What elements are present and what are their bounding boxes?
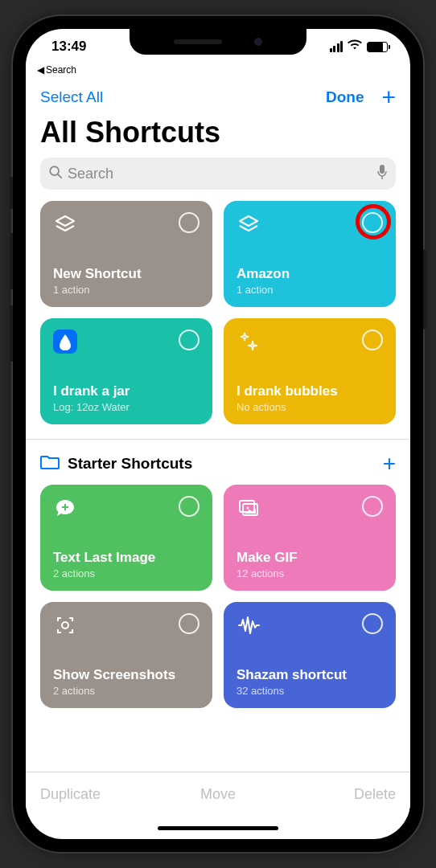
select-circle[interactable] [362,212,383,233]
tile-subtitle: Log: 12oz Water [53,401,199,413]
tile-title: Shazam shortcut [237,667,383,683]
tile-title: Text Last Image [53,550,199,566]
battery-icon [367,42,388,52]
tile-title: Make GIF [237,550,383,566]
section-title: Starter Shortcuts [68,455,192,473]
screen: 13:49 ◀ Search Select All Done + All Sho… [26,29,410,839]
content-scroll[interactable]: New Shortcut1 actionAmazon1 actionI dran… [26,201,410,772]
duplicate-button[interactable]: Duplicate [40,786,158,803]
home-indicator[interactable] [26,817,410,839]
sparkle-icon [237,330,261,354]
tile-subtitle: No actions [237,401,383,413]
back-to-search[interactable]: ◀ Search [26,64,410,79]
wifi-icon [348,39,362,55]
svg-line-1 [58,174,62,178]
svg-rect-6 [240,501,254,512]
bottom-toolbar: Duplicate Move Delete [26,772,410,817]
shortcut-tile[interactable]: Amazon1 action [224,201,396,307]
notch [130,29,306,55]
select-all-button[interactable]: Select All [40,88,103,106]
section-add-button[interactable]: + [383,452,396,475]
back-caret-icon: ◀ [37,64,44,76]
tile-subtitle: 32 actions [237,685,383,697]
waveform-icon [237,613,261,637]
select-circle[interactable] [362,613,383,634]
section-header: Starter Shortcuts + [40,449,396,485]
svg-point-9 [62,622,68,628]
select-circle[interactable] [362,330,383,350]
tile-title: I drank a jar [53,383,199,399]
svg-point-8 [247,507,249,510]
page-title: All Shortcuts [26,114,410,158]
tile-title: Show Screenshots [53,667,199,683]
stack-icon [53,212,77,236]
photos-icon [237,496,261,520]
nav-bar: Select All Done + [26,79,410,114]
folder-icon [40,454,60,473]
search-icon [48,165,63,182]
select-circle[interactable] [179,212,199,233]
add-shortcut-button[interactable]: + [381,85,396,109]
phone-frame: 13:49 ◀ Search Select All Done + All Sho… [13,16,423,852]
search-input[interactable] [68,166,372,182]
shortcut-tile[interactable]: Make GIF12 actions [224,485,396,591]
tile-title: I drank bubbles [237,383,383,399]
drop-boxed-icon [53,330,77,354]
tile-subtitle: 12 actions [237,567,383,579]
select-circle[interactable] [179,496,199,517]
select-circle[interactable] [179,613,199,634]
tile-title: Amazon [237,266,383,282]
section-divider [26,439,410,440]
shortcut-tile[interactable]: Show Screenshots2 actions [40,602,212,708]
tile-subtitle: 2 actions [53,685,199,697]
shortcut-tile[interactable]: Shazam shortcut32 actions [224,602,396,708]
tile-subtitle: 2 actions [53,567,199,579]
done-button[interactable]: Done [326,88,364,106]
mic-icon[interactable] [376,164,388,183]
select-circle[interactable] [362,496,383,517]
screenshot-icon [53,613,77,637]
shortcut-tile[interactable]: New Shortcut1 action [40,201,212,307]
chat-plus-icon [53,496,77,520]
signal-icon [330,41,343,52]
shortcut-tile[interactable]: I drank a jarLog: 12oz Water [40,318,212,424]
svg-rect-2 [380,165,385,174]
status-time: 13:49 [51,39,86,55]
tile-title: New Shortcut [53,266,199,282]
select-circle[interactable] [179,330,199,350]
delete-button[interactable]: Delete [278,786,396,803]
move-button[interactable]: Move [158,786,277,803]
search-bar[interactable] [40,158,396,190]
tile-subtitle: 1 action [237,284,383,296]
shortcut-tile[interactable]: I drank bubblesNo actions [224,318,396,424]
stack-icon [237,212,261,236]
tile-subtitle: 1 action [53,284,199,296]
shortcut-tile[interactable]: Text Last Image2 actions [40,485,212,591]
